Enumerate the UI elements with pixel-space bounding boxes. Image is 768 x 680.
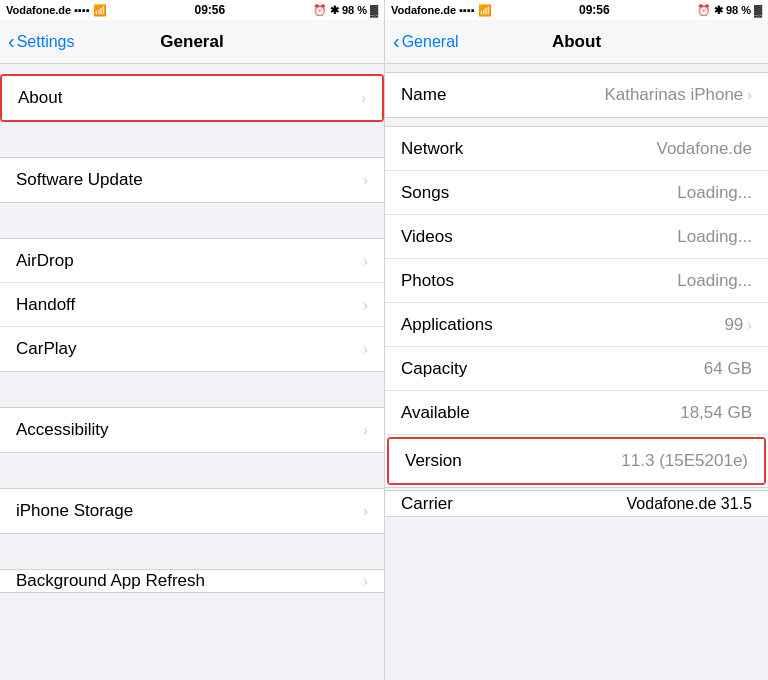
about-chevron: ›: [361, 90, 366, 106]
left-status-left: Vodafone.de ▪▪▪▪ 📶: [6, 4, 107, 17]
accessibility-item[interactable]: Accessibility ›: [0, 408, 384, 452]
software-update-item[interactable]: Software Update ›: [0, 158, 384, 202]
version-row: Version 11.3 (15E5201e): [389, 439, 764, 483]
name-value: Katharinas iPhone: [604, 85, 743, 105]
info-section: Network Vodafone.de Songs Loading... Vid…: [385, 126, 768, 488]
background-app-item[interactable]: Background App Refresh ›: [0, 570, 384, 592]
capacity-label: Capacity: [401, 359, 467, 379]
airdrop-label: AirDrop: [16, 251, 74, 271]
left-back-label: Settings: [17, 33, 75, 51]
software-update-label: Software Update: [16, 170, 143, 190]
software-update-section: Software Update ›: [0, 157, 384, 203]
applications-right: 99 ›: [724, 315, 752, 335]
gap-r1: [385, 118, 768, 126]
version-label: Version: [405, 451, 462, 471]
name-section: Name Katharinas iPhone ›: [385, 72, 768, 118]
available-value: 18,54 GB: [680, 403, 752, 423]
accessibility-chevron: ›: [363, 422, 368, 438]
right-panel: Vodafone.de ▪▪▪▪ 📶 09:56 ⏰ ✱ 98 % ▓ ‹ Ge…: [384, 0, 768, 680]
carrier-right: Vodafone.de: [391, 4, 456, 16]
videos-row: Videos Loading...: [385, 215, 768, 259]
about-highlight-border: About ›: [0, 74, 384, 122]
iphone-storage-section: iPhone Storage ›: [0, 488, 384, 534]
applications-value: 99: [724, 315, 743, 335]
network-row: Network Vodafone.de: [385, 127, 768, 171]
photos-row: Photos Loading...: [385, 259, 768, 303]
handoff-label: Handoff: [16, 295, 75, 315]
alarm-icon-left: ⏰: [313, 4, 327, 17]
battery-pct-left: 98 %: [342, 4, 367, 16]
available-right: 18,54 GB: [680, 403, 752, 423]
time-left: 09:56: [195, 3, 226, 17]
available-label: Available: [401, 403, 470, 423]
carrier-label: Carrier: [401, 494, 453, 514]
network-right: Vodafone.de: [657, 139, 752, 159]
battery-icon-left: ▓: [370, 4, 378, 16]
left-panel: Vodafone.de ▪▪▪▪ 📶 09:56 ⏰ ✱ 98 % ▓ ‹ Se…: [0, 0, 384, 680]
handoff-right: ›: [363, 297, 368, 313]
iphone-storage-label: iPhone Storage: [16, 501, 133, 521]
name-chevron: ›: [747, 87, 752, 103]
gap-5: [0, 534, 384, 569]
background-app-label: Background App Refresh: [16, 571, 205, 591]
photos-label: Photos: [401, 271, 454, 291]
name-right: Katharinas iPhone ›: [604, 85, 752, 105]
iphone-storage-item[interactable]: iPhone Storage ›: [0, 489, 384, 533]
version-highlight-border: Version 11.3 (15E5201e): [387, 437, 766, 485]
left-back-button[interactable]: ‹ Settings: [8, 32, 74, 51]
handoff-chevron: ›: [363, 297, 368, 313]
carplay-label: CarPlay: [16, 339, 76, 359]
about-right: ›: [361, 90, 366, 106]
applications-label: Applications: [401, 315, 493, 335]
airdrop-item[interactable]: AirDrop ›: [0, 239, 384, 283]
name-row[interactable]: Name Katharinas iPhone ›: [385, 73, 768, 117]
about-section: About ›: [0, 74, 384, 122]
videos-label: Videos: [401, 227, 453, 247]
wifi-icon-right: 📶: [478, 4, 492, 17]
time-right: 09:56: [579, 3, 610, 17]
top-gap-left: [0, 64, 384, 74]
gap-3: [0, 372, 384, 407]
left-nav-bar: ‹ Settings General: [0, 20, 384, 64]
available-row: Available 18,54 GB: [385, 391, 768, 435]
gap-4: [0, 453, 384, 488]
right-nav-bar: ‹ General About: [385, 20, 768, 64]
iphone-storage-chevron: ›: [363, 503, 368, 519]
alarm-icon-right: ⏰: [697, 4, 711, 17]
version-value: 11.3 (15E5201e): [621, 451, 748, 471]
about-item[interactable]: About ›: [2, 76, 382, 120]
right-back-button[interactable]: ‹ General: [393, 32, 459, 51]
handoff-item[interactable]: Handoff ›: [0, 283, 384, 327]
videos-value: Loading...: [677, 227, 752, 247]
applications-chevron: ›: [747, 317, 752, 333]
left-back-chevron: ‹: [8, 31, 15, 51]
wifi-icon-left: 📶: [93, 4, 107, 17]
network-value: Vodafone.de: [657, 139, 752, 159]
applications-row[interactable]: Applications 99 ›: [385, 303, 768, 347]
photos-value: Loading...: [677, 271, 752, 291]
left-nav-title: General: [160, 32, 223, 52]
software-update-chevron: ›: [363, 172, 368, 188]
videos-right: Loading...: [677, 227, 752, 247]
right-status-bar: Vodafone.de ▪▪▪▪ 📶 09:56 ⏰ ✱ 98 % ▓: [385, 0, 768, 20]
carplay-item[interactable]: CarPlay ›: [0, 327, 384, 371]
airdrop-right: ›: [363, 253, 368, 269]
airdrop-section: AirDrop › Handoff › CarPlay ›: [0, 238, 384, 372]
accessibility-section: Accessibility ›: [0, 407, 384, 453]
carrier-row: Carrier Vodafone.de 31.5: [385, 491, 768, 516]
battery-icon-right: ▓: [754, 4, 762, 16]
right-back-chevron: ‹: [393, 31, 400, 51]
battery-pct-right: 98 %: [726, 4, 751, 16]
gap-2: [0, 203, 384, 238]
right-back-label: General: [402, 33, 459, 51]
iphone-storage-right: ›: [363, 503, 368, 519]
right-status-right: ⏰ ✱ 98 % ▓: [697, 4, 762, 17]
background-app-chevron: ›: [363, 573, 368, 589]
about-label: About: [18, 88, 62, 108]
background-section: Background App Refresh ›: [0, 569, 384, 593]
bluetooth-icon-right: ✱: [714, 4, 723, 17]
right-top-gap: [385, 64, 768, 72]
gap-1: [0, 122, 384, 157]
left-status-bar: Vodafone.de ▪▪▪▪ 📶 09:56 ⏰ ✱ 98 % ▓: [0, 0, 384, 20]
capacity-value: 64 GB: [704, 359, 752, 379]
